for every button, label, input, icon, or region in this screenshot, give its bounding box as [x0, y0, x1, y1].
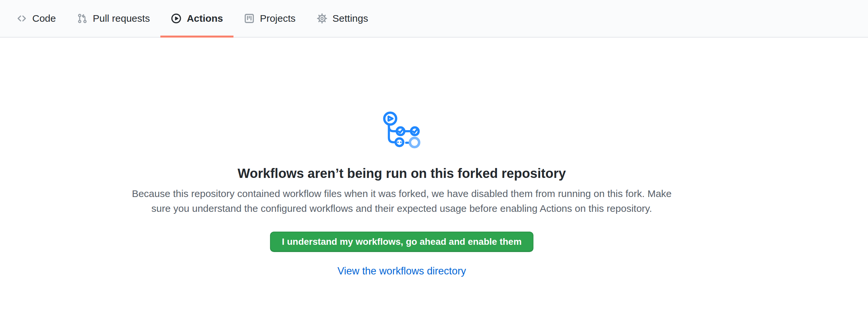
- tab-label: Code: [32, 13, 56, 24]
- tab-label: Projects: [260, 13, 296, 24]
- tab-actions[interactable]: Actions: [160, 0, 234, 37]
- tab-settings[interactable]: Settings: [306, 0, 379, 37]
- tab-label: Pull requests: [93, 13, 150, 24]
- enable-button-row: I understand my workflows, go ahead and …: [0, 216, 803, 252]
- repo-tab-nav: Code Pull requests Actions: [0, 0, 868, 37]
- workflows-link-row: View the workflows directory: [0, 265, 803, 277]
- actions-workflow-icon: [381, 111, 422, 150]
- actions-blankslate: Workflows aren’t being run on this forke…: [0, 37, 803, 277]
- project-board-icon: [244, 13, 254, 24]
- page-title: Workflows aren’t being run on this forke…: [0, 165, 803, 182]
- tab-label: Settings: [333, 13, 368, 24]
- code-icon: [17, 13, 27, 24]
- enable-workflows-button[interactable]: I understand my workflows, go ahead and …: [270, 231, 533, 252]
- tab-pull-requests[interactable]: Pull requests: [66, 0, 160, 37]
- play-circle-icon: [171, 13, 181, 24]
- workflows-directory-link[interactable]: View the workflows directory: [338, 265, 466, 277]
- blankslate-description: Because this repository contained workfl…: [128, 186, 675, 216]
- tab-projects[interactable]: Projects: [234, 0, 306, 37]
- git-pull-request-icon: [77, 13, 88, 24]
- tab-code[interactable]: Code: [6, 0, 66, 37]
- gear-icon: [317, 13, 327, 24]
- tab-label: Actions: [187, 13, 223, 24]
